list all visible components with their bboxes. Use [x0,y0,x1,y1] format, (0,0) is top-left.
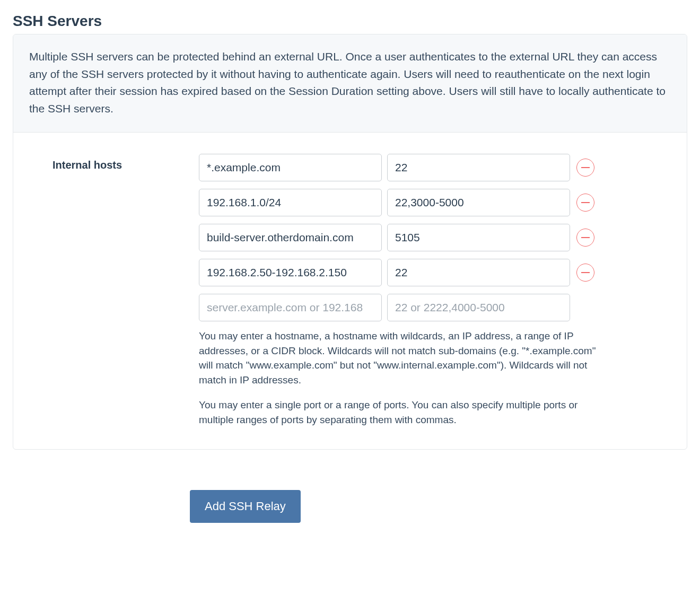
host-row [199,154,671,181]
host-input[interactable] [199,224,382,251]
internal-hosts-inputs: You may enter a hostname, a hostname wit… [199,154,671,427]
host-input[interactable] [199,189,382,216]
port-input[interactable] [387,189,570,216]
minus-icon [581,202,590,203]
host-row-new [199,294,671,321]
minus-icon [581,237,590,238]
remove-row-button[interactable] [576,159,594,177]
help-paragraph-hosts: You may enter a hostname, a hostname wit… [199,329,612,387]
svg-rect-0 [581,167,590,168]
svg-rect-1 [581,202,590,203]
section-description: Multiple SSH servers can be protected be… [13,34,687,133]
remove-row-button[interactable] [576,229,594,247]
host-input[interactable] [199,259,382,286]
port-input-new[interactable] [387,294,570,321]
host-row [199,259,671,286]
svg-rect-3 [581,272,590,273]
minus-icon [581,272,590,273]
svg-rect-2 [581,237,590,238]
host-row [199,224,671,251]
port-input[interactable] [387,224,570,251]
ssh-servers-panel: Multiple SSH servers can be protected be… [13,34,687,450]
remove-row-button[interactable] [576,194,594,212]
internal-hosts-label: Internal hosts [29,154,178,427]
host-row [199,189,671,216]
remove-row-button[interactable] [576,264,594,282]
host-input-new[interactable] [199,294,382,321]
panel-body: Internal hosts [13,133,687,449]
add-ssh-relay-button[interactable]: Add SSH Relay [190,490,301,523]
section-title: SSH Servers [13,13,687,30]
help-paragraph-ports: You may enter a single port or a range o… [199,398,612,427]
help-text: You may enter a hostname, a hostname wit… [199,329,612,427]
host-input[interactable] [199,154,382,181]
port-input[interactable] [387,154,570,181]
minus-icon [581,167,590,168]
port-input[interactable] [387,259,570,286]
